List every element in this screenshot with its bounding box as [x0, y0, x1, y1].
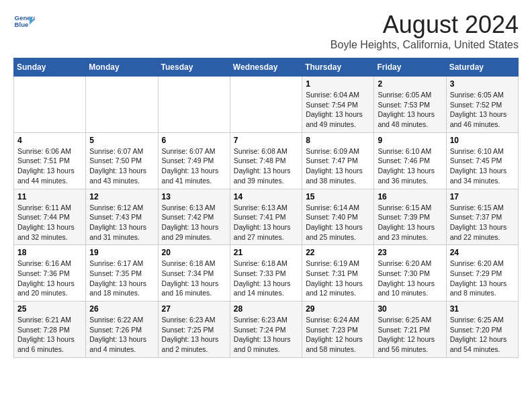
- day-info: Sunrise: 6:09 AM Sunset: 7:47 PM Dayligh…: [306, 146, 370, 186]
- column-header-sunday: Sunday: [14, 58, 86, 77]
- day-number: 9: [378, 136, 442, 145]
- day-number: 5: [89, 136, 154, 145]
- day-number: 26: [89, 304, 154, 314]
- calendar-cell: 2Sunrise: 6:05 AM Sunset: 7:53 PM Daylig…: [374, 77, 446, 133]
- day-info: Sunrise: 6:10 AM Sunset: 7:45 PM Dayligh…: [450, 146, 515, 186]
- day-number: 13: [162, 192, 226, 201]
- day-number: 7: [234, 136, 298, 145]
- column-header-thursday: Thursday: [302, 58, 374, 77]
- calendar-cell: 5Sunrise: 6:07 AM Sunset: 7:50 PM Daylig…: [86, 132, 158, 189]
- day-info: Sunrise: 6:07 AM Sunset: 7:49 PM Dayligh…: [162, 146, 226, 186]
- calendar-cell: 18Sunrise: 6:16 AM Sunset: 7:36 PM Dayli…: [14, 245, 86, 302]
- day-info: Sunrise: 6:18 AM Sunset: 7:33 PM Dayligh…: [234, 259, 298, 298]
- calendar-cell: 16Sunrise: 6:15 AM Sunset: 7:39 PM Dayli…: [374, 189, 446, 245]
- calendar-cell: 7Sunrise: 6:08 AM Sunset: 7:48 PM Daylig…: [230, 132, 302, 189]
- calendar-header-row: SundayMondayTuesdayWednesdayThursdayFrid…: [14, 58, 519, 77]
- day-number: 17: [450, 192, 515, 201]
- day-number: 19: [89, 248, 154, 257]
- day-info: Sunrise: 6:17 AM Sunset: 7:35 PM Dayligh…: [89, 259, 154, 298]
- day-info: Sunrise: 6:19 AM Sunset: 7:31 PM Dayligh…: [306, 259, 370, 298]
- day-number: 25: [17, 304, 82, 314]
- calendar-cell: 17Sunrise: 6:15 AM Sunset: 7:37 PM Dayli…: [446, 189, 518, 245]
- calendar-cell: [230, 77, 302, 133]
- calendar-week-row: 1Sunrise: 6:04 AM Sunset: 7:54 PM Daylig…: [14, 77, 519, 133]
- day-number: 12: [89, 192, 154, 201]
- svg-text:Blue: Blue: [15, 21, 29, 28]
- day-info: Sunrise: 6:06 AM Sunset: 7:51 PM Dayligh…: [17, 146, 82, 186]
- calendar-cell: 23Sunrise: 6:20 AM Sunset: 7:30 PM Dayli…: [374, 245, 446, 302]
- calendar-cell: 14Sunrise: 6:13 AM Sunset: 7:41 PM Dayli…: [230, 189, 302, 245]
- day-number: 8: [306, 136, 370, 145]
- day-info: Sunrise: 6:08 AM Sunset: 7:48 PM Dayligh…: [234, 146, 298, 186]
- day-number: 16: [378, 192, 442, 201]
- calendar-cell: 6Sunrise: 6:07 AM Sunset: 7:49 PM Daylig…: [158, 132, 230, 189]
- day-info: Sunrise: 6:20 AM Sunset: 7:29 PM Dayligh…: [450, 259, 515, 298]
- day-info: Sunrise: 6:20 AM Sunset: 7:30 PM Dayligh…: [378, 259, 442, 298]
- day-info: Sunrise: 6:18 AM Sunset: 7:34 PM Dayligh…: [162, 259, 226, 298]
- day-info: Sunrise: 6:12 AM Sunset: 7:43 PM Dayligh…: [89, 203, 154, 242]
- day-number: 22: [306, 248, 370, 257]
- calendar-week-row: 25Sunrise: 6:21 AM Sunset: 7:28 PM Dayli…: [14, 302, 519, 358]
- calendar-cell: 22Sunrise: 6:19 AM Sunset: 7:31 PM Dayli…: [302, 245, 374, 302]
- title-section: August 2024 Boyle Heights, California, U…: [330, 11, 519, 51]
- day-number: 4: [17, 136, 82, 145]
- calendar-cell: 28Sunrise: 6:23 AM Sunset: 7:24 PM Dayli…: [230, 302, 302, 358]
- calendar-cell: 31Sunrise: 6:25 AM Sunset: 7:20 PM Dayli…: [446, 302, 518, 358]
- day-info: Sunrise: 6:13 AM Sunset: 7:42 PM Dayligh…: [162, 203, 226, 242]
- day-info: Sunrise: 6:11 AM Sunset: 7:44 PM Dayligh…: [17, 203, 82, 242]
- day-info: Sunrise: 6:22 AM Sunset: 7:26 PM Dayligh…: [89, 315, 154, 355]
- calendar-cell: 11Sunrise: 6:11 AM Sunset: 7:44 PM Dayli…: [14, 189, 86, 245]
- calendar-cell: 30Sunrise: 6:25 AM Sunset: 7:21 PM Dayli…: [374, 302, 446, 358]
- calendar-cell: 10Sunrise: 6:10 AM Sunset: 7:45 PM Dayli…: [446, 132, 518, 189]
- day-number: 21: [234, 248, 298, 257]
- calendar-cell: 24Sunrise: 6:20 AM Sunset: 7:29 PM Dayli…: [446, 245, 518, 302]
- calendar-cell: 29Sunrise: 6:24 AM Sunset: 7:23 PM Dayli…: [302, 302, 374, 358]
- page-header: General Blue August 2024 Boyle Heights, …: [13, 11, 519, 51]
- main-title: August 2024: [330, 11, 519, 39]
- day-info: Sunrise: 6:23 AM Sunset: 7:25 PM Dayligh…: [162, 315, 226, 355]
- day-info: Sunrise: 6:25 AM Sunset: 7:21 PM Dayligh…: [378, 315, 442, 355]
- day-number: 6: [162, 136, 226, 145]
- logo-icon: General Blue: [13, 11, 35, 32]
- day-number: 31: [450, 304, 515, 314]
- calendar-cell: 20Sunrise: 6:18 AM Sunset: 7:34 PM Dayli…: [158, 245, 230, 302]
- calendar-cell: 13Sunrise: 6:13 AM Sunset: 7:42 PM Dayli…: [158, 189, 230, 245]
- column-header-wednesday: Wednesday: [230, 58, 302, 77]
- day-info: Sunrise: 6:10 AM Sunset: 7:46 PM Dayligh…: [378, 146, 442, 186]
- day-info: Sunrise: 6:04 AM Sunset: 7:54 PM Dayligh…: [306, 90, 370, 130]
- day-info: Sunrise: 6:25 AM Sunset: 7:20 PM Dayligh…: [450, 315, 515, 355]
- calendar-week-row: 18Sunrise: 6:16 AM Sunset: 7:36 PM Dayli…: [14, 245, 519, 302]
- day-info: Sunrise: 6:15 AM Sunset: 7:39 PM Dayligh…: [378, 203, 442, 242]
- column-header-friday: Friday: [374, 58, 446, 77]
- calendar-cell: 12Sunrise: 6:12 AM Sunset: 7:43 PM Dayli…: [86, 189, 158, 245]
- subtitle: Boyle Heights, California, United States: [330, 39, 519, 51]
- column-header-saturday: Saturday: [446, 58, 518, 77]
- day-info: Sunrise: 6:23 AM Sunset: 7:24 PM Dayligh…: [234, 315, 298, 355]
- logo: General Blue: [13, 11, 35, 32]
- day-info: Sunrise: 6:21 AM Sunset: 7:28 PM Dayligh…: [17, 315, 82, 355]
- calendar-week-row: 4Sunrise: 6:06 AM Sunset: 7:51 PM Daylig…: [14, 132, 519, 189]
- day-number: 10: [450, 136, 515, 145]
- calendar-cell: 4Sunrise: 6:06 AM Sunset: 7:51 PM Daylig…: [14, 132, 86, 189]
- calendar-cell: 25Sunrise: 6:21 AM Sunset: 7:28 PM Dayli…: [14, 302, 86, 358]
- calendar-cell: 15Sunrise: 6:14 AM Sunset: 7:40 PM Dayli…: [302, 189, 374, 245]
- day-number: 28: [234, 304, 298, 314]
- day-number: 20: [162, 248, 226, 257]
- day-info: Sunrise: 6:24 AM Sunset: 7:23 PM Dayligh…: [306, 315, 370, 355]
- day-number: 23: [378, 248, 442, 257]
- calendar-table: SundayMondayTuesdayWednesdayThursdayFrid…: [13, 58, 519, 358]
- calendar-cell: 27Sunrise: 6:23 AM Sunset: 7:25 PM Dayli…: [158, 302, 230, 358]
- day-number: 2: [378, 79, 442, 89]
- column-header-monday: Monday: [86, 58, 158, 77]
- day-number: 30: [378, 304, 442, 314]
- calendar-cell: [86, 77, 158, 133]
- calendar-cell: 3Sunrise: 6:05 AM Sunset: 7:52 PM Daylig…: [446, 77, 518, 133]
- column-header-tuesday: Tuesday: [158, 58, 230, 77]
- day-number: 11: [17, 192, 82, 201]
- day-number: 29: [306, 304, 370, 314]
- day-number: 3: [450, 79, 515, 89]
- calendar-cell: [14, 77, 86, 133]
- day-info: Sunrise: 6:05 AM Sunset: 7:53 PM Dayligh…: [378, 90, 442, 130]
- day-info: Sunrise: 6:07 AM Sunset: 7:50 PM Dayligh…: [89, 146, 154, 186]
- day-info: Sunrise: 6:05 AM Sunset: 7:52 PM Dayligh…: [450, 90, 515, 130]
